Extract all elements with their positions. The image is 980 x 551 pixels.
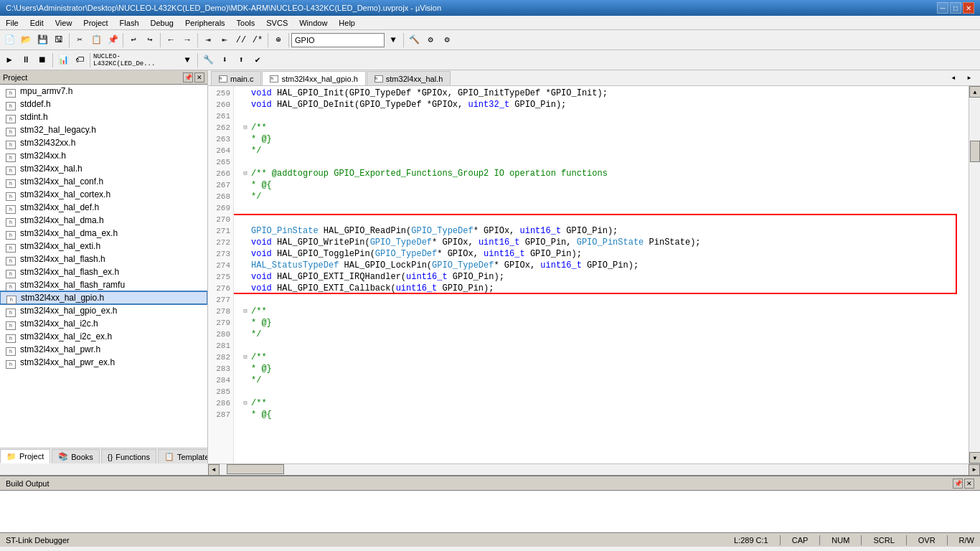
fold-icon[interactable]: ⊟ [240, 122, 251, 133]
indent-button[interactable]: ⇥ [200, 32, 216, 48]
config-btn[interactable]: 🔧 [200, 52, 216, 68]
panel-pin-icon[interactable]: 📌 [183, 72, 193, 83]
fold-icon[interactable]: ⊟ [240, 397, 251, 409]
cut-button[interactable]: ✂ [72, 32, 88, 48]
h-scroll-right-btn[interactable]: ► [969, 464, 980, 476]
tree-item[interactable]: hstm32l4xx_hal_conf.h [0, 175, 207, 188]
fold-icon[interactable]: ⊟ [240, 306, 251, 317]
tree-item[interactable]: hstm32l4xx_hal_pwr_ex.h [0, 356, 207, 369]
undo-button[interactable]: ↩ [126, 32, 141, 48]
panel-tab-books[interactable]: 📚Books [52, 449, 100, 463]
nav-back-button[interactable]: ← [163, 32, 179, 48]
menu-item-peripherals[interactable]: Peripherals [179, 16, 231, 29]
tree-item[interactable]: hstm32l4xx_hal_flash.h [0, 253, 207, 265]
download-btn[interactable]: ⬆ [233, 52, 249, 68]
tree-item[interactable]: hstddef.h [0, 98, 207, 110]
tb2-btn1[interactable]: ▶ [1, 52, 17, 68]
tree-item[interactable]: hstm32l4xx.h [0, 149, 207, 162]
tree-item[interactable]: hstm32l4xx_hal_exti.h [0, 240, 207, 253]
fold-icon[interactable]: ⊟ [240, 352, 251, 363]
load-btn[interactable]: ⬇ [217, 52, 232, 68]
tree-item[interactable]: hstm32l4xx_hal.h [0, 162, 207, 175]
menu-item-debug[interactable]: Debug [145, 16, 179, 29]
comment-button[interactable]: // [233, 32, 249, 48]
menu-item-file[interactable]: File [0, 16, 24, 29]
tb2-btn4[interactable]: 📊 [55, 52, 71, 68]
tree-item[interactable]: hstm32l4xx_hal_cortex.h [0, 188, 207, 201]
h-scroll-thumb[interactable] [227, 464, 284, 474]
tb2-btn2[interactable]: ⏸ [18, 52, 34, 68]
menu-item-edit[interactable]: Edit [24, 16, 50, 29]
target-dropdown[interactable]: ▼ [385, 32, 401, 48]
tree-item[interactable]: hstm32l4xx_hal_gpio_ex.h [0, 304, 207, 317]
outdent-button[interactable]: ⇤ [217, 32, 232, 48]
tree-item[interactable]: hstm32_hal_legacy.h [0, 123, 207, 136]
menu-item-flash[interactable]: Flash [114, 16, 145, 29]
tree-item[interactable]: hstm32l4xx_hal_dma.h [0, 214, 207, 227]
uncomment-button[interactable]: /* [250, 32, 265, 48]
menu-item-view[interactable]: View [50, 16, 78, 29]
editor-tab-main_c[interactable]: hmain.c [211, 71, 261, 85]
copy-button[interactable]: 📋 [88, 32, 104, 48]
maximize-button[interactable]: □ [950, 2, 961, 14]
nav-fwd-button[interactable]: → [179, 32, 195, 48]
tree-item[interactable]: hstm32l4xx_hal_i2c_ex.h [0, 330, 207, 343]
code-line: void HAL_GPIO_Init(GPIO_TypeDef *GPIOx, … [240, 88, 969, 99]
new-button[interactable]: 📄 [1, 32, 17, 48]
panel-close-icon[interactable]: ✕ [194, 72, 204, 83]
save-button[interactable]: 💾 [34, 32, 50, 48]
menu-item-project[interactable]: Project [77, 16, 113, 29]
debugger-status: ST-Link Debugger [6, 536, 70, 545]
tree-item[interactable]: hstm32l4xx_hal_pwr.h [0, 343, 207, 356]
editor-tab-stm32l4xx_hal_gpio_h[interactable]: hstm32l4xx_hal_gpio.h [262, 71, 365, 85]
h-scroll-left-btn[interactable]: ◄ [208, 464, 220, 476]
editor-scrollbar: ▲ ▼ [969, 86, 980, 463]
build-output-pin[interactable]: 📌 [953, 479, 963, 489]
build-output-close[interactable]: ✕ [964, 479, 974, 489]
minimize-button[interactable]: ─ [937, 2, 948, 14]
tree-item[interactable]: hstm32l4xx_hal_dma_ex.h [0, 227, 207, 240]
tb2-btn5[interactable]: 🏷 [72, 52, 88, 68]
settings-button[interactable]: ⚙ [439, 32, 455, 48]
menu-item-help[interactable]: Help [333, 16, 361, 29]
open-button[interactable]: 📂 [18, 32, 34, 48]
close-button[interactable]: ✕ [963, 2, 974, 14]
tree-item[interactable]: hstm32l432xx.h [0, 136, 207, 149]
code-content[interactable]: void HAL_GPIO_Init(GPIO_TypeDef *GPIOx, … [234, 86, 969, 463]
tb2-btn3[interactable]: ⏹ [34, 52, 50, 68]
goto-button[interactable]: ⊕ [270, 32, 286, 48]
menu-item-svcs[interactable]: SVCS [260, 16, 293, 29]
save-all-button[interactable]: 🖫 [51, 32, 67, 48]
tree-item[interactable]: hstm32l4xx_hal_i2c.h [0, 317, 207, 330]
tree-item[interactable]: hstm32l4xx_hal_flash_ramfu [0, 278, 207, 291]
scroll-up-btn[interactable]: ▲ [969, 86, 980, 98]
rebuild-button[interactable]: ⚙ [423, 32, 438, 48]
tree-item[interactable]: hstdint.h [0, 110, 207, 123]
tree-item[interactable]: hmpu_armv7.h [0, 85, 207, 98]
build-button[interactable]: 🔨 [406, 32, 422, 48]
code-text [251, 294, 969, 306]
scroll-down-btn[interactable]: ▼ [969, 452, 980, 463]
separator-2 [123, 33, 123, 47]
menu-item-window[interactable]: Window [293, 16, 333, 29]
verify-btn[interactable]: ✔ [250, 52, 265, 68]
panel-tab-functions[interactable]: {}Functions [101, 449, 156, 463]
redo-button[interactable]: ↪ [142, 32, 158, 48]
menu-item-tools[interactable]: Tools [231, 16, 261, 29]
panel-tab-project[interactable]: 📁Project [0, 449, 50, 463]
fold-icon[interactable]: ⊟ [240, 168, 251, 179]
editor-tab-stm32l4xx_hal_h[interactable]: hstm32l4xx_hal.h [367, 71, 451, 85]
nucleo-dropdown[interactable]: ▼ [179, 52, 195, 68]
paste-button[interactable]: 📌 [105, 32, 121, 48]
scroll-thumb[interactable] [970, 141, 980, 162]
tree-item[interactable]: hstm32l4xx_hal_flash_ex.h [0, 265, 207, 278]
tab-scroll-btn[interactable]: ◄ [946, 70, 961, 85]
nucleo-select[interactable]: NUCLEO-L432KC(LED_De... [93, 52, 179, 68]
code-text: void HAL_GPIO_WritePin(GPIO_TypeDef* GPI… [251, 237, 969, 248]
panel-tab-templates[interactable]: 📋Templates [158, 449, 208, 463]
tab-scroll-btn2[interactable]: ► [961, 70, 977, 85]
target-input[interactable] [291, 33, 385, 47]
code-text: void HAL_GPIO_EXTI_IRQHandler(uint16_t G… [251, 271, 969, 283]
tree-item[interactable]: hstm32l4xx_hal_gpio.h [0, 291, 207, 304]
tree-item[interactable]: hstm32l4xx_hal_def.h [0, 201, 207, 214]
